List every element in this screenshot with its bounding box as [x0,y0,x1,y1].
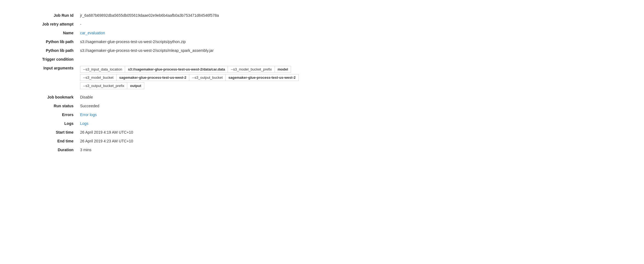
field-label: Errors [16,110,77,119]
field-value: jr_6a687b69892dba5655db055619daae02e9eb6… [77,11,628,20]
field-label: Job Run Id [16,11,77,20]
detail-table: Job Run Idjr_6a687b69892dba5655db055619d… [16,11,628,154]
field-value: s3://sagemaker-glue-process-test-us-west… [77,37,628,46]
field-value: s3://sagemaker-glue-process-test-us-west… [77,46,628,55]
field-link[interactable]: Logs [80,121,88,126]
tag-row: --s3_input_data_locations3://sagemaker-g… [80,66,624,72]
field-value: - [77,20,628,29]
field-label: Duration [16,145,77,154]
field-link[interactable]: Error logs [80,113,97,117]
argument-tag: model [275,66,291,73]
table-row: Input arguments--s3_input_data_locations… [16,64,628,93]
argument-tag: --s3_output_bucket_prefix [80,82,127,89]
field-value: Logs [77,119,628,128]
field-value: Succeeded [77,102,628,110]
table-row: Run statusSucceeded [16,102,628,110]
table-row: Trigger condition [16,55,628,64]
field-value: 3 mins [77,145,628,154]
field-label: Run status [16,102,77,110]
argument-tag: --s3_output_bucket [189,74,225,81]
field-label: Trigger condition [16,55,77,64]
field-value: --s3_input_data_locations3://sagemaker-g… [77,64,628,93]
argument-tag: sagemaker-glue-process-test-us-west-2 [116,74,190,81]
field-label: Start time [16,128,77,137]
table-row: Start time26 April 2019 4:19 AM UTC+10 [16,128,628,137]
field-label: End time [16,137,77,145]
argument-tag: --s3_model_bucket [80,74,117,81]
table-row: LogsLogs [16,119,628,128]
table-row: ErrorsError logs [16,110,628,119]
field-label: Input arguments [16,64,77,93]
tag-row: --s3_model_bucketsagemaker-glue-process-… [80,74,624,81]
field-value [77,55,628,64]
table-row: Job bookmarkDisable [16,93,628,102]
field-value: 26 April 2019 4:23 AM UTC+10 [77,137,628,145]
argument-tag: --s3_model_bucket_prefix [228,66,275,73]
table-row: Job retry attempt- [16,20,628,29]
table-row: Job Run Idjr_6a687b69892dba5655db055619d… [16,11,628,20]
field-label: Python lib path [16,46,77,55]
field-label: Name [16,29,77,37]
field-value: 26 April 2019 4:19 AM UTC+10 [77,128,628,137]
field-label: Job retry attempt [16,20,77,29]
table-row: Python lib paths3://sagemaker-glue-proce… [16,46,628,55]
field-value: Error logs [77,110,628,119]
field-link[interactable]: car_evaluation [80,31,105,35]
field-value: car_evaluation [77,29,628,37]
argument-tag: s3://sagemaker-glue-process-test-us-west… [125,66,228,73]
field-value: Disable [77,93,628,102]
table-row: Python lib paths3://sagemaker-glue-proce… [16,37,628,46]
argument-tag: --s3_input_data_location [80,66,125,73]
field-label: Python lib path [16,37,77,46]
table-row: Namecar_evaluation [16,29,628,37]
argument-tag: sagemaker-glue-process-test-us-west-2 [225,74,299,81]
table-row: Duration3 mins [16,145,628,154]
argument-tag: output [127,82,144,89]
field-label: Logs [16,119,77,128]
table-row: End time26 April 2019 4:23 AM UTC+10 [16,137,628,145]
field-label: Job bookmark [16,93,77,102]
tag-row: --s3_output_bucket_prefixoutput [80,82,624,89]
